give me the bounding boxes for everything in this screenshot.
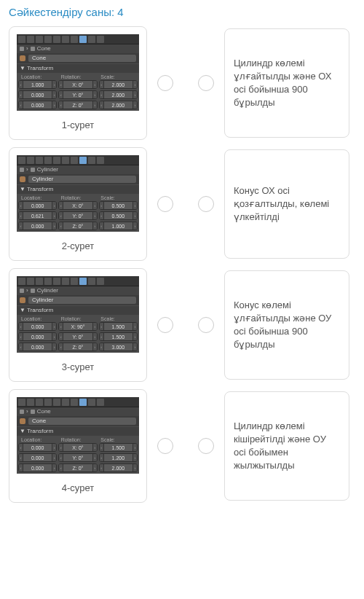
tab-icon [79, 36, 87, 43]
loc-field[interactable]: ‹0.000› [18, 453, 57, 462]
scale-field[interactable]: ‹2.000› [99, 80, 138, 89]
scene-icon [20, 410, 24, 414]
scale-field[interactable]: ‹0.500› [99, 201, 138, 210]
scale-field[interactable]: ‹2.000› [99, 463, 138, 472]
right-card[interactable]: Цилиндр көлемі кішірейтілді және ОУ осі … [224, 391, 349, 501]
rot-field[interactable]: ‹Y: 0°› [58, 211, 97, 220]
section-transform[interactable]: ▼ Transform [17, 306, 139, 315]
section-transform[interactable]: ▼ Transform [17, 64, 139, 73]
value-row: ‹0.000›‹Y: 0°›‹1.200› [17, 453, 139, 463]
scale-field[interactable]: ‹2.000› [99, 90, 138, 99]
left-connector[interactable] [157, 317, 173, 333]
breadcrumb-sep: › [26, 46, 28, 52]
tab-icon [36, 157, 43, 164]
loc-field[interactable]: ‹0.621› [18, 211, 57, 220]
left-connector[interactable] [157, 75, 173, 91]
object-icon [31, 168, 35, 172]
scale-field[interactable]: ‹1.500› [99, 332, 138, 341]
rot-field[interactable]: ‹X: 0°› [58, 201, 97, 210]
object-icon [31, 410, 35, 414]
loc-field[interactable]: ‹0.000› [18, 222, 57, 230]
rot-field[interactable]: ‹X: 90°› [58, 322, 97, 331]
tab-icon [97, 157, 104, 164]
loc-field[interactable]: ‹0.000› [18, 90, 57, 99]
object-name-field[interactable]: Cone [28, 55, 136, 62]
tab-icon [97, 36, 104, 43]
left-card[interactable]: › Cone Cone ▼ Transform Location: Rotati… [9, 389, 147, 503]
scale-field[interactable]: ‹0.500› [99, 211, 138, 220]
properties-panel: › Cylinder Cylinder ▼ Transform Location… [17, 155, 139, 232]
left-connector[interactable] [157, 196, 173, 212]
properties-panel: › Cylinder Cylinder ▼ Transform Location… [17, 276, 139, 353]
description-text: Конус ОХ осі қозғалтылды, көлемі үлкейті… [234, 184, 340, 224]
rot-field[interactable]: ‹X: 0°› [58, 80, 97, 89]
loc-field[interactable]: ‹0.000› [18, 201, 57, 210]
loc-field[interactable]: ‹0.000› [18, 101, 57, 109]
loc-field[interactable]: ‹0.000› [18, 463, 57, 472]
rot-field[interactable]: ‹Y: 0°› [58, 453, 97, 462]
left-card[interactable]: › Cylinder Cylinder ▼ Transform Location… [9, 147, 147, 261]
object-name-field[interactable]: Cylinder [28, 176, 136, 183]
rot-field[interactable]: ‹Z: 0°› [58, 222, 97, 230]
right-card[interactable]: Цилиндр көлемі ұлғайтылды және ОХ осі бо… [224, 28, 349, 138]
right-card[interactable]: Конус ОХ осі қозғалтылды, көлемі үлкейті… [224, 149, 349, 259]
right-connector[interactable] [198, 196, 214, 212]
header-rotation: Rotation: [58, 195, 98, 200]
tab-icon [71, 157, 78, 164]
tab-icon [53, 278, 60, 285]
tab-icon [79, 157, 87, 164]
rot-field[interactable]: ‹Z: 0°› [58, 101, 97, 109]
tab-icon [53, 157, 60, 164]
scale-field[interactable]: ‹1.000› [99, 222, 138, 230]
loc-field[interactable]: ‹0.000› [18, 332, 57, 341]
rot-field[interactable]: ‹Z: 0°› [58, 342, 97, 351]
mesh-icon [20, 418, 25, 424]
scale-field[interactable]: ‹2.000› [99, 101, 138, 109]
match-row: › Cone Cone ▼ Transform Location: Rotati… [9, 389, 355, 503]
object-name-row: Cone [17, 53, 139, 63]
panel-tabs [17, 276, 139, 286]
tab-icon [53, 399, 60, 406]
rot-field[interactable]: ‹X: 0°› [58, 443, 97, 452]
scale-field[interactable]: ‹3.000› [99, 342, 138, 351]
left-card[interactable]: › Cylinder Cylinder ▼ Transform Location… [9, 268, 147, 382]
loc-field[interactable]: ‹0.000› [18, 443, 57, 452]
tab-icon [79, 278, 87, 285]
rot-field[interactable]: ‹Y: 0°› [58, 90, 97, 99]
loc-field[interactable]: ‹0.000› [18, 342, 57, 351]
left-card[interactable]: › Cone Cone ▼ Transform Location: Rotati… [9, 26, 147, 140]
header-rotation: Rotation: [58, 437, 98, 442]
object-name-field[interactable]: Cylinder [28, 297, 136, 304]
value-row: ‹0.000›‹Z: 0°›‹3.000› [17, 342, 139, 353]
right-connector[interactable] [198, 317, 214, 333]
scale-field[interactable]: ‹1.500› [99, 443, 138, 452]
header-scale: Scale: [98, 195, 138, 200]
object-name-row: Cone [17, 416, 139, 426]
mesh-icon [20, 55, 25, 61]
tab-icon [62, 278, 69, 285]
header-scale: Scale: [98, 316, 138, 321]
page-title: Сәйкестендіру саны: 4 [9, 6, 355, 19]
mesh-icon [20, 176, 25, 182]
right-card[interactable]: Конус көлемі ұлғайтылды және ОУ осі бойы… [224, 270, 349, 380]
scale-field[interactable]: ‹1.200› [99, 453, 138, 462]
loc-field[interactable]: ‹1.000› [18, 80, 57, 89]
panel-tabs [17, 155, 139, 165]
section-transform[interactable]: ▼ Transform [17, 427, 139, 436]
tab-icon [71, 399, 78, 406]
rot-field[interactable]: ‹Z: 0°› [58, 463, 97, 472]
loc-field[interactable]: ‹0.000› [18, 322, 57, 331]
rot-field[interactable]: ‹Y: 0°› [58, 332, 97, 341]
right-connector[interactable] [198, 438, 214, 454]
scene-icon [20, 168, 24, 172]
left-connector[interactable] [157, 438, 173, 454]
image-caption: 4-сурет [62, 482, 94, 493]
object-name-field[interactable]: Cone [28, 418, 136, 425]
scale-field[interactable]: ‹1.500› [99, 322, 138, 331]
tab-icon [36, 36, 43, 43]
right-connector[interactable] [198, 75, 214, 91]
tab-icon [44, 157, 52, 164]
section-transform[interactable]: ▼ Transform [17, 185, 139, 194]
match-row: › Cone Cone ▼ Transform Location: Rotati… [9, 26, 355, 140]
match-row: › Cylinder Cylinder ▼ Transform Location… [9, 268, 355, 382]
